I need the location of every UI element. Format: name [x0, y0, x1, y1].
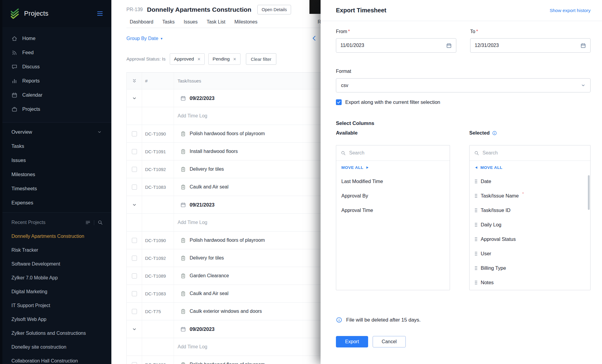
info-icon[interactable] — [492, 131, 497, 135]
expand-all-icon[interactable] — [132, 78, 137, 83]
row-checkbox[interactable] — [132, 149, 137, 154]
row-checkbox[interactable] — [132, 291, 137, 296]
available-column-approval-time[interactable]: Approval Time — [336, 203, 450, 217]
recent-project-software-development[interactable]: Software Development — [0, 257, 111, 271]
search-icon — [341, 151, 346, 156]
tab-milestones[interactable]: Milestones — [234, 19, 257, 25]
drag-handle-icon[interactable] — [475, 222, 477, 227]
hamburger-menu-icon[interactable] — [96, 10, 104, 17]
row-checkbox[interactable] — [132, 131, 137, 136]
tab-issues[interactable]: Issues — [184, 19, 197, 25]
show-export-history-link[interactable]: Show export history — [550, 8, 591, 13]
drag-handle-icon[interactable] — [475, 266, 477, 270]
selected-column-daily-log[interactable]: Daily Log — [470, 217, 590, 232]
recent-project-zylsoft-web-app[interactable]: Zylsoft Web App — [0, 313, 111, 326]
recent-project-zylker-solutions-and-constructions[interactable]: Zylker Solutions and Constructions — [0, 326, 111, 340]
recent-project-collaboration-hall-construction[interactable]: Collaboration Hall Construction — [0, 354, 111, 364]
from-date-value[interactable] — [340, 43, 446, 48]
row-checkbox[interactable] — [132, 273, 137, 278]
row-checkbox[interactable] — [132, 238, 137, 243]
drag-handle-icon[interactable] — [475, 251, 477, 256]
calendar-icon[interactable] — [580, 43, 586, 48]
recent-project-it-support-project[interactable]: IT Support Project — [0, 299, 111, 313]
sidebar-nav-discuss[interactable]: Discuss — [0, 60, 111, 74]
recent-project-donelley-site-construction[interactable]: Donelley site construction — [0, 340, 111, 354]
open-details-button[interactable]: Open Details — [257, 5, 291, 14]
project-menu-tasks[interactable]: Tasks — [0, 139, 111, 153]
recent-project-donnelly-apartments-construction[interactable]: Donnelly Apartments Construction — [0, 229, 111, 243]
sidebar-nav-calendar[interactable]: Calendar — [0, 88, 111, 102]
project-menu-timesheets[interactable]: Timesheets — [0, 182, 111, 196]
selected-column-user[interactable]: User — [470, 246, 590, 261]
project-list-icon[interactable] — [85, 220, 91, 225]
task-name: Caulk and Air seal — [190, 291, 228, 296]
export-button[interactable]: Export — [336, 336, 368, 347]
selected-column-date[interactable]: Date — [470, 174, 590, 188]
move-all-to-selected[interactable]: MOVE ALL — [336, 161, 450, 174]
dimmed-topbar-region — [309, 0, 321, 14]
tab-task-list[interactable]: Task List — [206, 19, 225, 25]
selected-column-task-issue-name[interactable]: Task/Issue Name* — [470, 188, 590, 203]
drag-handle-icon[interactable] — [475, 194, 477, 198]
to-date-value[interactable] — [475, 43, 580, 48]
tab-tasks[interactable]: Tasks — [162, 19, 175, 25]
drag-handle-icon[interactable] — [475, 179, 477, 184]
add-time-log-link[interactable]: Add Time Log — [178, 344, 207, 350]
sidebar-nav-reports[interactable]: Reports — [0, 74, 111, 88]
project-menu-expenses[interactable]: Expenses — [0, 196, 111, 210]
recent-project-digital-marketing[interactable]: Digital Marketing — [0, 285, 111, 299]
sidebar-nav-feed[interactable]: Feed — [0, 45, 111, 60]
clear-filter-button[interactable]: Clear filter — [246, 53, 276, 65]
remove-chip-icon[interactable]: ✕ — [197, 57, 200, 61]
drag-handle-icon[interactable] — [475, 237, 477, 241]
recent-project-risk-tracker[interactable]: Risk Tracker — [0, 243, 111, 257]
window-edge — [0, 0, 2, 364]
collapse-panel-icon[interactable] — [311, 34, 318, 42]
project-menu-issues[interactable]: Issues — [0, 153, 111, 167]
task-icon — [180, 184, 186, 190]
checkbox-checked[interactable] — [336, 99, 342, 105]
sidebar-nav-home[interactable]: Home — [0, 31, 111, 45]
task-id: DC-T1083 — [145, 291, 166, 296]
selected-column-approval-status[interactable]: Approval Status — [470, 232, 590, 246]
available-column-last-modified-time[interactable]: Last Modified Time — [336, 174, 450, 188]
task-name: Caulk exterior windows and doors — [190, 309, 262, 314]
drag-handle-icon[interactable] — [475, 280, 477, 285]
project-title-row: PR-139 Donnelly Apartments Construction … — [126, 4, 291, 16]
selected-column-notes[interactable]: Notes — [470, 275, 590, 290]
to-date-input[interactable] — [470, 38, 591, 53]
calendar-icon[interactable] — [446, 43, 452, 48]
remove-chip-icon[interactable]: ✕ — [233, 57, 236, 61]
cancel-button[interactable]: Cancel — [373, 336, 406, 347]
recent-project-zylker-7-0-mobile-app[interactable]: Zylker 7.0 Mobile App — [0, 271, 111, 285]
row-checkbox[interactable] — [132, 362, 137, 364]
move-all-to-available[interactable]: MOVE ALL — [470, 161, 590, 174]
selected-column-billing-type[interactable]: Billing Type — [470, 261, 590, 275]
from-date-input[interactable] — [336, 38, 456, 53]
project-menu-milestones[interactable]: Milestones — [0, 167, 111, 182]
filter-chip-approved[interactable]: Approved✕ — [170, 53, 205, 65]
row-checkbox[interactable] — [132, 309, 137, 314]
add-time-log-link[interactable]: Add Time Log — [178, 220, 207, 225]
filter-chip-pending[interactable]: Pending✕ — [208, 53, 240, 65]
project-menu-overview[interactable]: Overview — [0, 125, 111, 139]
task-id: DC-T1091 — [145, 149, 166, 154]
row-checkbox[interactable] — [132, 167, 137, 172]
caret-down-dark-icon — [132, 202, 137, 207]
drag-handle-icon[interactable] — [475, 208, 477, 213]
search-icon[interactable] — [98, 220, 103, 225]
add-time-log-link[interactable]: Add Time Log — [178, 113, 207, 119]
calendar-icon — [11, 92, 17, 98]
group-by-dropdown[interactable]: Group By Date ▾ — [126, 34, 163, 43]
available-column-approval-by[interactable]: Approval By — [336, 188, 450, 203]
selected-column-task-issue-id[interactable]: Task/Issue ID — [470, 203, 590, 217]
scrollbar-thumb[interactable] — [588, 175, 590, 210]
format-select[interactable]: csv — [336, 78, 591, 92]
available-search-input[interactable] — [349, 150, 445, 156]
row-checkbox[interactable] — [132, 185, 137, 190]
tab-dashboard[interactable]: Dashboard — [130, 19, 153, 25]
sidebar-nav-projects[interactable]: Projects — [0, 102, 111, 116]
nav-label: Home — [22, 36, 36, 41]
selected-search-input[interactable] — [483, 150, 586, 156]
row-checkbox[interactable] — [132, 256, 137, 261]
